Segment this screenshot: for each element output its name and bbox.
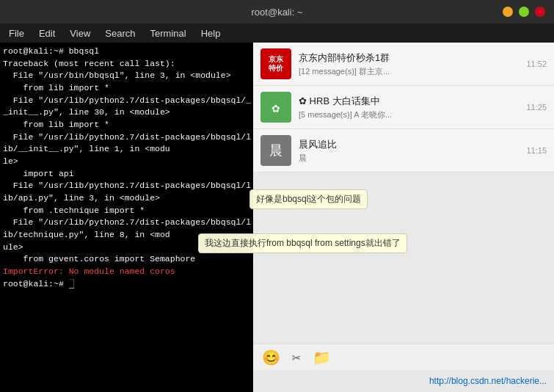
chat-meta-jd: 11:52 bbox=[526, 59, 547, 68]
menu-terminal[interactable]: Terminal bbox=[145, 26, 192, 40]
chat-toolbar: 😊 ✂ 📁 bbox=[253, 344, 554, 370]
chat-preview-jd: [12 message(s)] 群主京... bbox=[299, 66, 519, 77]
chat-info-cf: 晨风追比 晨 bbox=[299, 138, 519, 164]
chat-info-jd: 京东内部特价秒杀1群 [12 message(s)] 群主京... bbox=[299, 51, 519, 77]
menu-file[interactable]: File bbox=[3, 26, 30, 40]
term-line-10: from .technique import * bbox=[3, 205, 254, 217]
menu-search[interactable]: Search bbox=[99, 26, 141, 40]
csdn-link[interactable]: http://blog.csdn.net/hackerie... bbox=[429, 376, 547, 386]
term-line-3: File "/usr/bin/bbqsql", line 3, in <modu… bbox=[3, 70, 254, 82]
terminal-panel[interactable]: root@kali:~# bbqsql Traceback (most rece… bbox=[0, 43, 257, 392]
bottom-bar: http://blog.csdn.net/hackerie... bbox=[253, 370, 554, 392]
minimize-button[interactable] bbox=[503, 7, 513, 17]
chat-meta-hrb: 11:25 bbox=[526, 103, 547, 112]
folder-icon[interactable]: 📁 bbox=[313, 349, 331, 366]
chat-info-hrb: ✿ HRB 大白话集中 [5 message(s)] A 老晓你... bbox=[299, 95, 519, 120]
chat-preview-cf: 晨 bbox=[299, 153, 519, 164]
term-line-5: File "/usr/lib/python2.7/dist-packages/b… bbox=[3, 95, 254, 119]
menu-view[interactable]: View bbox=[64, 26, 96, 40]
chat-name-cf: 晨风追比 bbox=[299, 138, 519, 151]
titlebar: root@kali: ~ bbox=[0, 0, 554, 23]
term-line-13: ImportError: No module named coros bbox=[3, 266, 254, 278]
menubar: File Edit View Search Terminal Help bbox=[0, 23, 554, 43]
chat-item-cf[interactable]: 晨 晨风追比 晨 11:15 bbox=[253, 129, 554, 173]
popup-settings-comment: 我这边直接执行from bbqsql from settings就出错了 bbox=[198, 233, 407, 253]
term-line-9: File "/usr/lib/python2.7/dist-packages/b… bbox=[3, 180, 254, 204]
chat-panel: 京东特价 京东内部特价秒杀1群 [12 message(s)] 群主京... 1… bbox=[253, 43, 554, 392]
window-controls bbox=[503, 7, 545, 17]
menu-help[interactable]: Help bbox=[195, 26, 227, 40]
avatar-cf: 晨 bbox=[260, 135, 291, 166]
term-line-2: Traceback (most recent call last): bbox=[3, 58, 254, 70]
term-line-14: root@kali:~# █ bbox=[3, 278, 254, 291]
term-line-1: root@kali:~# bbqsql bbox=[3, 46, 254, 58]
menu-edit[interactable]: Edit bbox=[33, 26, 61, 40]
window-title: root@kali: ~ bbox=[252, 7, 303, 18]
avatar-jd: 京东特价 bbox=[260, 48, 291, 79]
term-line-4: from lib import * bbox=[3, 82, 254, 95]
close-button[interactable] bbox=[535, 7, 545, 17]
chat-name-hrb: ✿ HRB 大白话集中 bbox=[299, 95, 519, 108]
avatar-hrb: ✿ bbox=[260, 92, 291, 123]
term-line-7: File "/usr/lib/python2.7/dist-packages/b… bbox=[3, 131, 254, 168]
chat-item-jd[interactable]: 京东特价 京东内部特价秒杀1群 [12 message(s)] 群主京... 1… bbox=[253, 43, 554, 86]
main-layout: root@kali:~# bbqsql Traceback (most rece… bbox=[0, 43, 554, 392]
chat-list: 京东特价 京东内部特价秒杀1群 [12 message(s)] 群主京... 1… bbox=[253, 43, 554, 392]
term-line-8: import api bbox=[3, 168, 254, 181]
chat-preview-hrb: [5 message(s)] A 老晓你... bbox=[299, 109, 519, 120]
term-line-6: from lib import * bbox=[3, 119, 254, 131]
scissors-icon[interactable]: ✂ bbox=[292, 349, 301, 366]
term-line-12: from gevent.coros import Semaphore bbox=[3, 253, 254, 266]
emoji-icon[interactable]: 😊 bbox=[262, 349, 280, 366]
popup-bbqsql-comment: 好像是bbqsql这个包的问题 bbox=[249, 189, 368, 209]
maximize-button[interactable] bbox=[519, 7, 529, 17]
chat-item-hrb[interactable]: ✿ ✿ HRB 大白话集中 [5 message(s)] A 老晓你... 11… bbox=[253, 86, 554, 129]
chat-meta-cf: 11:15 bbox=[526, 146, 547, 155]
chat-name-jd: 京东内部特价秒杀1群 bbox=[299, 51, 519, 65]
